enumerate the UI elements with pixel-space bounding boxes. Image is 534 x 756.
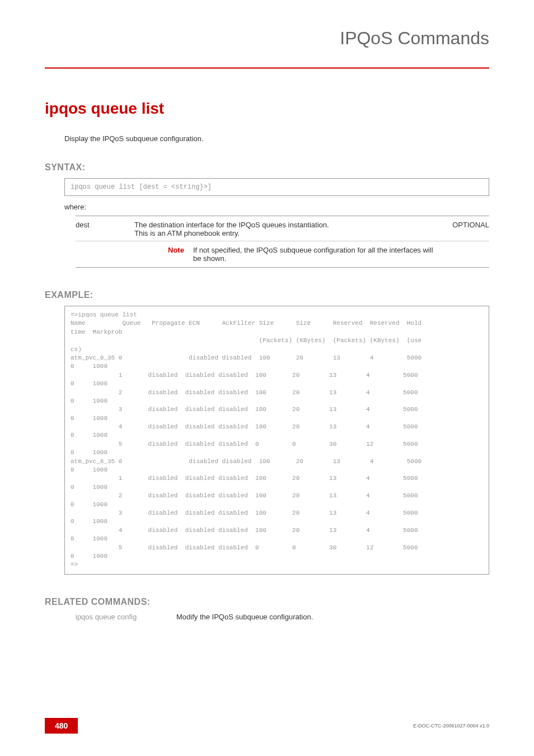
page-number: 480: [45, 718, 78, 734]
where-label: where:: [64, 203, 489, 211]
param-desc: The destination interface for the IPQoS …: [134, 221, 439, 237]
command-description: Display the IPQoS subqueue configuration…: [64, 134, 489, 143]
related-cmd-name: ipqos queue config: [76, 613, 176, 621]
command-title: ipqos queue list: [45, 100, 489, 118]
page-footer: 480 E-DOC-CTC-20061027-0004 v1.0: [45, 718, 489, 734]
param-row: dest The destination interface for the I…: [76, 221, 489, 237]
related-cmd-desc: Modify the IPQoS subqueue configuration.: [176, 613, 313, 621]
param-name: dest: [76, 221, 134, 237]
example-code: =>ipqos queue list Name Queue Propagate …: [64, 306, 489, 575]
page-header-title: IPQoS Commands: [45, 28, 489, 49]
example-heading: EXAMPLE:: [45, 290, 489, 300]
param-note-row: Note If not specified, the IPQoS subqueu…: [76, 241, 489, 263]
related-row: ipqos queue config Modify the IPQoS subq…: [76, 613, 489, 621]
param-desc-line1: The destination interface for the IPQoS …: [134, 221, 329, 229]
related-heading: RELATED COMMANDS:: [45, 597, 489, 607]
param-table: dest The destination interface for the I…: [76, 216, 489, 268]
param-desc-line2: This is an ATM phonebook entry.: [134, 229, 240, 237]
syntax-code: ipqos queue list [dest = <string}>]: [64, 178, 489, 196]
param-optional: OPTIONAL: [439, 221, 489, 237]
syntax-heading: SYNTAX:: [45, 162, 489, 172]
note-label: Note: [168, 246, 193, 263]
param-note-spacer: [76, 246, 134, 263]
doc-id: E-DOC-CTC-20061027-0004 v1.0: [413, 723, 489, 729]
note-desc: If not specified, the IPQoS subqueue con…: [193, 246, 489, 263]
